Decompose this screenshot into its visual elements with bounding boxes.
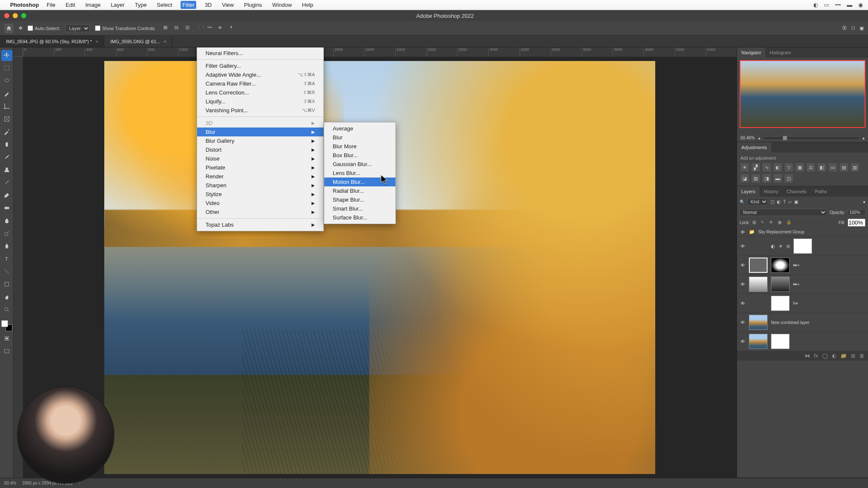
- cc-icon[interactable]: ◐: [813, 2, 818, 8]
- mi-blur-more[interactable]: Blur More: [324, 142, 395, 151]
- mi-lens-blur[interactable]: Lens Blur...: [324, 169, 395, 177]
- filter-smart-icon[interactable]: ▣: [794, 200, 798, 204]
- mi-video[interactable]: Video▶: [197, 199, 323, 208]
- mi-sharpen[interactable]: Sharpen▶: [197, 181, 323, 190]
- screen-mode-tool[interactable]: [1, 346, 12, 357]
- lock-trans-icon[interactable]: ▦: [752, 220, 758, 226]
- distribute-icon[interactable]: ⋮⋮: [196, 25, 204, 32]
- screen-icon[interactable]: ▭: [824, 2, 829, 8]
- mi-render[interactable]: Render▶: [197, 172, 323, 181]
- fx-label[interactable]: fx▾: [793, 301, 798, 305]
- mi-topaz[interactable]: Topaz Labs▶: [197, 220, 323, 229]
- app-name[interactable]: Photoshop: [10, 2, 39, 8]
- zoom-out-icon[interactable]: ▴: [758, 136, 760, 140]
- mi-motion-blur[interactable]: Motion Blur...: [324, 177, 395, 186]
- mi-lens[interactable]: Lens Correction...⇧⌘R: [197, 88, 323, 97]
- layer-thumb[interactable]: [749, 315, 768, 330]
- share-icon[interactable]: ☖: [851, 25, 855, 31]
- layer-mask-thumb[interactable]: [771, 277, 790, 292]
- link-layers-icon[interactable]: ⧓: [805, 353, 810, 359]
- eyedropper-tool[interactable]: [1, 126, 12, 137]
- adj-invert-icon[interactable]: ◪: [740, 174, 749, 183]
- zoom-tool[interactable]: [1, 304, 12, 315]
- visibility-toggle[interactable]: 👁: [740, 301, 746, 306]
- mask-icon[interactable]: ◯: [822, 353, 828, 359]
- layer-mask-thumb[interactable]: [793, 238, 812, 254]
- 3d-icon-2[interactable]: ✦: [229, 25, 237, 32]
- menu-layer[interactable]: Layer: [109, 1, 126, 9]
- mi-surface-blur[interactable]: Surface Blur...: [324, 213, 395, 222]
- control-center-icon[interactable]: ◉: [858, 2, 863, 8]
- adj-bw-icon[interactable]: ◧: [818, 163, 826, 172]
- close-tab-icon[interactable]: ×: [95, 39, 98, 44]
- canvas-viewport[interactable]: [23, 57, 737, 478]
- lock-all-icon[interactable]: 🔒: [786, 220, 792, 226]
- color-swatches[interactable]: [1, 320, 12, 331]
- layer-row[interactable]: 👁: [737, 332, 868, 351]
- adj-levels-icon[interactable]: ▞: [751, 163, 760, 172]
- adj-brightness-icon[interactable]: ☀: [740, 163, 749, 172]
- tab-paths[interactable]: Paths: [811, 186, 831, 197]
- adj-vibrance-icon[interactable]: ▽: [785, 163, 793, 172]
- navigator-preview[interactable]: [740, 60, 865, 128]
- layer-row-selected[interactable]: 👁 ⧓∞: [737, 256, 868, 275]
- home-button[interactable]: [4, 24, 14, 33]
- mi-neural[interactable]: Neural Filters...: [197, 49, 323, 58]
- tab-navigator[interactable]: Navigator: [737, 47, 765, 58]
- adj-threshold-icon[interactable]: ◨: [762, 174, 771, 183]
- menu-select[interactable]: Select: [155, 1, 174, 9]
- nav-zoom-slider[interactable]: [764, 137, 859, 139]
- eraser-tool[interactable]: [1, 190, 12, 201]
- auto-select-dropdown[interactable]: Layer: [65, 25, 90, 32]
- filter-type-icon[interactable]: T: [783, 200, 786, 204]
- close-window-button[interactable]: [4, 13, 9, 18]
- lock-paint-icon[interactable]: ✎: [761, 220, 767, 226]
- adj-curves-icon[interactable]: ∿: [762, 163, 771, 172]
- adj-photo-icon[interactable]: ▭: [829, 163, 837, 172]
- lock-pos-icon[interactable]: ✥: [769, 220, 775, 226]
- mi-pixelate[interactable]: Pixelate▶: [197, 163, 323, 172]
- visibility-toggle[interactable]: 👁: [740, 320, 746, 325]
- move-tool[interactable]: [1, 50, 12, 61]
- frame-tool[interactable]: [1, 114, 12, 125]
- adj-new-icon[interactable]: ◐: [832, 353, 836, 359]
- fx-icon[interactable]: fx: [814, 353, 818, 359]
- maximize-window-button[interactable]: [21, 13, 26, 18]
- mi-adaptive[interactable]: Adaptive Wide Angle...⌥⇧⌘A: [197, 70, 323, 79]
- zoom-in-icon[interactable]: ▴: [862, 136, 865, 140]
- 3d-mode-icon[interactable]: ◈: [218, 25, 226, 32]
- hand-tool[interactable]: [1, 291, 12, 302]
- mi-liquify[interactable]: Liquify...⇧⌘X: [197, 97, 323, 106]
- layer-group-row[interactable]: 👁 📁 Sky Replacement Group: [737, 227, 868, 237]
- more-align-icon[interactable]: •••: [207, 25, 215, 32]
- doc-tab-2[interactable]: IMG_0595.DNG @ 61...×: [104, 36, 172, 47]
- auto-select-checkbox[interactable]: Auto-Select:: [28, 25, 60, 31]
- menu-plugins[interactable]: Plugins: [242, 1, 264, 9]
- mi-box-blur[interactable]: Box Blur...: [324, 151, 395, 160]
- tab-histogram[interactable]: Histogram: [765, 47, 795, 58]
- blur-tool[interactable]: [1, 215, 12, 226]
- path-tool[interactable]: [1, 266, 12, 277]
- mi-smart-blur[interactable]: Smart Blur...: [324, 204, 395, 213]
- layer-mask-thumb[interactable]: [771, 334, 790, 349]
- search-icon[interactable]: ⦿: [842, 25, 847, 31]
- horizontal-ruler[interactable]: 0200400600800100012001400160018002000220…: [23, 47, 737, 57]
- layer-filter-dropdown[interactable]: Kind: [747, 198, 768, 205]
- mi-filter-gallery[interactable]: Filter Gallery...: [197, 61, 323, 70]
- adj-balance-icon[interactable]: ⚖: [807, 163, 815, 172]
- shape-tool[interactable]: [1, 279, 12, 290]
- adj-mixer-icon[interactable]: ▤: [840, 163, 848, 172]
- mi-blur-basic[interactable]: Blur: [324, 133, 395, 142]
- stamp-tool[interactable]: [1, 164, 12, 175]
- tab-layers[interactable]: Layers: [737, 186, 760, 197]
- brush-tool[interactable]: [1, 152, 12, 163]
- mi-stylize[interactable]: Stylize▶: [197, 190, 323, 199]
- adj-exposure-icon[interactable]: ◐: [773, 163, 782, 172]
- adj-selective-icon[interactable]: ◫: [785, 174, 793, 183]
- workspace-icon[interactable]: ▣: [860, 25, 864, 31]
- menu-type[interactable]: Type: [133, 1, 148, 9]
- layer-row[interactable]: 👁 ◐ ☀ ⊘: [737, 237, 868, 256]
- adj-gradient-icon[interactable]: ▬: [773, 174, 782, 183]
- show-transform-checkbox[interactable]: Show Transform Controls: [95, 25, 155, 31]
- layer-row-combined[interactable]: 👁 New combined layer: [737, 313, 868, 332]
